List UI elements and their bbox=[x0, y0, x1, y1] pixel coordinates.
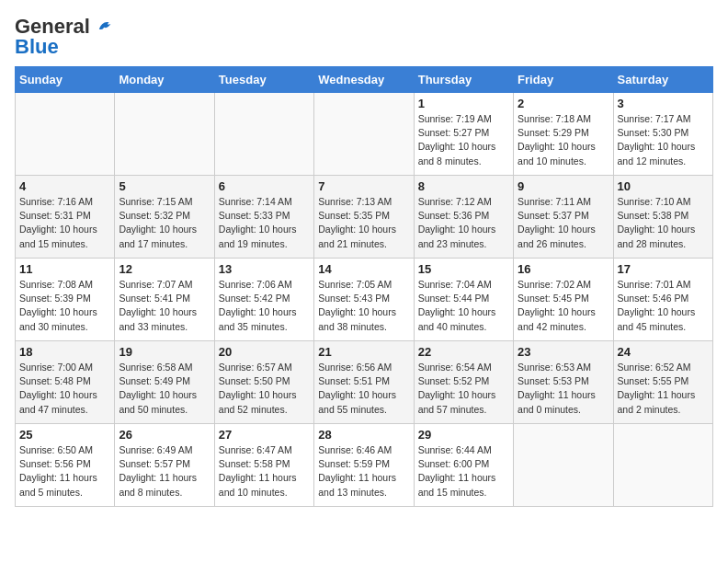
cell-info: Sunrise: 7:17 AMSunset: 5:30 PMDaylight:… bbox=[618, 112, 709, 168]
page-header: General Blue bbox=[15, 15, 713, 59]
cell-info: Sunrise: 6:47 AMSunset: 5:58 PMDaylight:… bbox=[219, 443, 310, 500]
cell-info: Sunrise: 7:07 AMSunset: 5:41 PMDaylight:… bbox=[119, 278, 210, 334]
cell-date: 21 bbox=[318, 345, 409, 359]
cell-info: Sunrise: 7:10 AMSunset: 5:38 PMDaylight:… bbox=[618, 195, 709, 251]
cell-info: Sunrise: 7:19 AMSunset: 5:27 PMDaylight:… bbox=[418, 112, 509, 168]
day-header-monday: Monday bbox=[115, 67, 214, 93]
calendar-cell: 20Sunrise: 6:57 AMSunset: 5:50 PMDayligh… bbox=[214, 341, 313, 424]
cell-date: 17 bbox=[618, 262, 709, 276]
calendar-cell: 27Sunrise: 6:47 AMSunset: 5:58 PMDayligh… bbox=[214, 424, 313, 507]
cell-info: Sunrise: 7:05 AMSunset: 5:43 PMDaylight:… bbox=[318, 278, 409, 334]
cell-date: 8 bbox=[418, 179, 509, 193]
cell-date: 26 bbox=[119, 428, 210, 442]
calendar-cell bbox=[613, 424, 712, 507]
calendar-cell: 2Sunrise: 7:18 AMSunset: 5:29 PMDaylight… bbox=[514, 93, 613, 176]
cell-info: Sunrise: 7:06 AMSunset: 5:42 PMDaylight:… bbox=[219, 278, 310, 334]
day-header-saturday: Saturday bbox=[613, 67, 712, 93]
calendar-cell: 16Sunrise: 7:02 AMSunset: 5:45 PMDayligh… bbox=[514, 259, 613, 341]
calendar-cell: 28Sunrise: 6:46 AMSunset: 5:59 PMDayligh… bbox=[314, 424, 414, 507]
calendar-cell: 9Sunrise: 7:11 AMSunset: 5:37 PMDaylight… bbox=[514, 176, 613, 259]
cell-date: 19 bbox=[119, 345, 210, 359]
cell-date: 5 bbox=[119, 179, 210, 193]
cell-info: Sunrise: 7:02 AMSunset: 5:45 PMDaylight:… bbox=[518, 278, 609, 334]
day-header-tuesday: Tuesday bbox=[214, 67, 313, 93]
day-header-sunday: Sunday bbox=[16, 67, 115, 93]
cell-date: 10 bbox=[618, 179, 709, 193]
day-header-wednesday: Wednesday bbox=[314, 67, 414, 93]
calendar-cell: 12Sunrise: 7:07 AMSunset: 5:41 PMDayligh… bbox=[115, 259, 214, 341]
calendar-cell: 17Sunrise: 7:01 AMSunset: 5:46 PMDayligh… bbox=[613, 259, 712, 341]
cell-date: 20 bbox=[219, 345, 310, 359]
calendar-cell bbox=[514, 424, 613, 507]
calendar-cell: 29Sunrise: 6:44 AMSunset: 6:00 PMDayligh… bbox=[414, 424, 513, 507]
cell-date: 12 bbox=[119, 262, 210, 276]
cell-info: Sunrise: 6:49 AMSunset: 5:57 PMDaylight:… bbox=[119, 443, 210, 500]
day-header-friday: Friday bbox=[514, 67, 613, 93]
cell-date: 23 bbox=[518, 345, 609, 359]
cell-info: Sunrise: 6:54 AMSunset: 5:52 PMDaylight:… bbox=[418, 361, 509, 417]
cell-date: 4 bbox=[19, 179, 110, 193]
calendar-cell: 23Sunrise: 6:53 AMSunset: 5:53 PMDayligh… bbox=[514, 341, 613, 424]
day-header-thursday: Thursday bbox=[414, 67, 513, 93]
calendar-cell: 13Sunrise: 7:06 AMSunset: 5:42 PMDayligh… bbox=[214, 259, 313, 341]
cell-info: Sunrise: 6:52 AMSunset: 5:55 PMDaylight:… bbox=[618, 361, 709, 417]
cell-info: Sunrise: 7:14 AMSunset: 5:33 PMDaylight:… bbox=[219, 195, 310, 251]
cell-date: 7 bbox=[318, 179, 409, 193]
cell-date: 9 bbox=[518, 179, 609, 193]
calendar-cell: 21Sunrise: 6:56 AMSunset: 5:51 PMDayligh… bbox=[314, 341, 414, 424]
cell-date: 6 bbox=[219, 179, 310, 193]
cell-date: 15 bbox=[418, 262, 509, 276]
cell-date: 27 bbox=[219, 428, 310, 442]
cell-date: 24 bbox=[618, 345, 709, 359]
cell-info: Sunrise: 7:13 AMSunset: 5:35 PMDaylight:… bbox=[318, 195, 409, 251]
cell-date: 11 bbox=[19, 262, 110, 276]
calendar-cell: 22Sunrise: 6:54 AMSunset: 5:52 PMDayligh… bbox=[414, 341, 513, 424]
cell-info: Sunrise: 6:56 AMSunset: 5:51 PMDaylight:… bbox=[318, 361, 409, 417]
cell-info: Sunrise: 6:53 AMSunset: 5:53 PMDaylight:… bbox=[518, 361, 609, 417]
calendar-cell: 1Sunrise: 7:19 AMSunset: 5:27 PMDaylight… bbox=[414, 93, 513, 176]
calendar-cell bbox=[314, 93, 414, 176]
calendar-cell bbox=[115, 93, 214, 176]
calendar-cell: 8Sunrise: 7:12 AMSunset: 5:36 PMDaylight… bbox=[414, 176, 513, 259]
cell-date: 25 bbox=[19, 428, 110, 442]
calendar-cell bbox=[16, 93, 115, 176]
cell-info: Sunrise: 7:11 AMSunset: 5:37 PMDaylight:… bbox=[518, 195, 609, 251]
calendar-cell: 3Sunrise: 7:17 AMSunset: 5:30 PMDaylight… bbox=[613, 93, 712, 176]
calendar-table: SundayMondayTuesdayWednesdayThursdayFrid… bbox=[15, 66, 713, 507]
cell-date: 28 bbox=[318, 428, 409, 442]
cell-info: Sunrise: 7:15 AMSunset: 5:32 PMDaylight:… bbox=[119, 195, 210, 251]
cell-date: 16 bbox=[518, 262, 609, 276]
cell-info: Sunrise: 7:04 AMSunset: 5:44 PMDaylight:… bbox=[418, 278, 509, 334]
calendar-cell: 6Sunrise: 7:14 AMSunset: 5:33 PMDaylight… bbox=[214, 176, 313, 259]
cell-date: 29 bbox=[418, 428, 509, 442]
cell-date: 22 bbox=[418, 345, 509, 359]
cell-info: Sunrise: 7:12 AMSunset: 5:36 PMDaylight:… bbox=[418, 195, 509, 251]
logo-blue-text: Blue bbox=[15, 35, 59, 59]
cell-info: Sunrise: 6:57 AMSunset: 5:50 PMDaylight:… bbox=[219, 361, 310, 417]
calendar-cell: 15Sunrise: 7:04 AMSunset: 5:44 PMDayligh… bbox=[414, 259, 513, 341]
cell-info: Sunrise: 7:01 AMSunset: 5:46 PMDaylight:… bbox=[618, 278, 709, 334]
cell-info: Sunrise: 7:00 AMSunset: 5:48 PMDaylight:… bbox=[19, 361, 110, 417]
cell-date: 1 bbox=[418, 97, 509, 110]
calendar-cell: 25Sunrise: 6:50 AMSunset: 5:56 PMDayligh… bbox=[16, 424, 115, 507]
cell-date: 2 bbox=[518, 97, 609, 110]
cell-info: Sunrise: 6:44 AMSunset: 6:00 PMDaylight:… bbox=[418, 443, 509, 500]
calendar-cell: 7Sunrise: 7:13 AMSunset: 5:35 PMDaylight… bbox=[314, 176, 414, 259]
cell-info: Sunrise: 6:58 AMSunset: 5:49 PMDaylight:… bbox=[119, 361, 210, 417]
cell-info: Sunrise: 6:50 AMSunset: 5:56 PMDaylight:… bbox=[19, 443, 110, 500]
calendar-cell bbox=[214, 93, 313, 176]
calendar-cell: 26Sunrise: 6:49 AMSunset: 5:57 PMDayligh… bbox=[115, 424, 214, 507]
cell-date: 18 bbox=[19, 345, 110, 359]
cell-date: 14 bbox=[318, 262, 409, 276]
cell-info: Sunrise: 7:18 AMSunset: 5:29 PMDaylight:… bbox=[518, 112, 609, 168]
calendar-cell: 4Sunrise: 7:16 AMSunset: 5:31 PMDaylight… bbox=[16, 176, 115, 259]
cell-date: 13 bbox=[219, 262, 310, 276]
calendar-cell: 19Sunrise: 6:58 AMSunset: 5:49 PMDayligh… bbox=[115, 341, 214, 424]
logo: General Blue bbox=[15, 15, 114, 59]
cell-info: Sunrise: 6:46 AMSunset: 5:59 PMDaylight:… bbox=[318, 443, 409, 500]
cell-info: Sunrise: 7:16 AMSunset: 5:31 PMDaylight:… bbox=[19, 195, 110, 251]
calendar-cell: 11Sunrise: 7:08 AMSunset: 5:39 PMDayligh… bbox=[16, 259, 115, 341]
calendar-cell: 10Sunrise: 7:10 AMSunset: 5:38 PMDayligh… bbox=[613, 176, 712, 259]
calendar-cell: 24Sunrise: 6:52 AMSunset: 5:55 PMDayligh… bbox=[613, 341, 712, 424]
calendar-cell: 14Sunrise: 7:05 AMSunset: 5:43 PMDayligh… bbox=[314, 259, 414, 341]
